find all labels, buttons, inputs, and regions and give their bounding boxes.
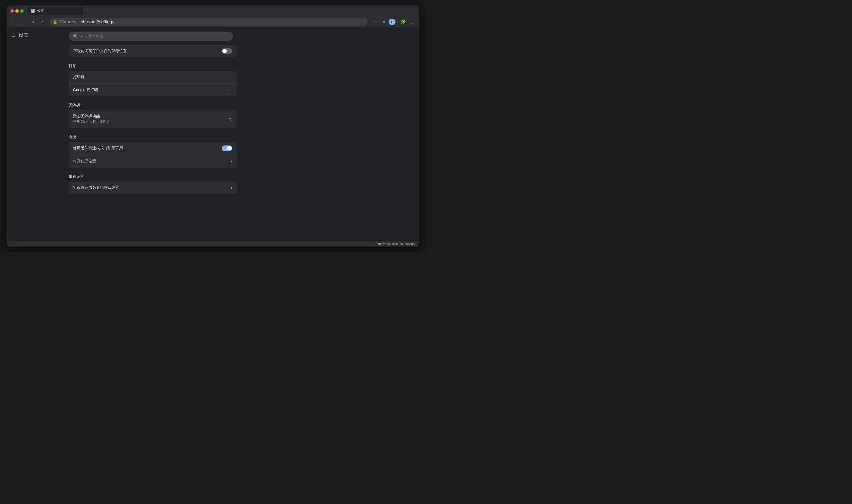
printer-title: 打印机 — [73, 75, 85, 79]
toggle-knob — [222, 49, 227, 53]
toggle-knob-on — [227, 146, 232, 150]
main-content[interactable]: 🔍 下载前询问每个文件的保存位置 打印 打印机 — [62, 28, 419, 241]
hamburger-icon[interactable]: ☰ — [12, 33, 15, 38]
sidebar-header: ☰ 设置 — [7, 32, 62, 43]
cloud-print-arrow-icon: › — [231, 88, 232, 92]
bookmark-button[interactable]: ☆ — [371, 18, 379, 26]
content-area: ☰ 设置 🔍 下载前询问每个文件的保存位置 — [7, 28, 419, 241]
add-accessibility-item[interactable]: 添加无障碍功能 打开 Chrome 网上应用店 ⬡ — [69, 110, 237, 128]
settings-tab[interactable]: ⚙ 设置 × — [28, 6, 83, 15]
accessibility-title: 添加无障碍功能 — [73, 114, 110, 119]
tab-area: ⚙ 设置 × + — [28, 6, 416, 15]
download-ask-toggle[interactable] — [222, 48, 232, 54]
tab-title: 设置 — [37, 9, 73, 14]
accessibility-item-left: 添加无障碍功能 打开 Chrome 网上应用店 — [73, 114, 110, 124]
printer-arrow-icon: › — [231, 75, 232, 79]
proxy-external-icon: ↗ — [229, 160, 232, 164]
close-window-button[interactable] — [11, 9, 14, 13]
google-cloud-print-item[interactable]: Google 云打印 › — [69, 84, 237, 96]
translate-button[interactable]: A — [380, 18, 388, 26]
accessibility-subtitle: 打开 Chrome 网上应用店 — [73, 120, 110, 124]
status-bar: https://blog.csdn.net/greyture — [7, 241, 419, 247]
hardware-accel-toggle[interactable] — [222, 145, 232, 151]
download-ask-item[interactable]: 下载前询问每个文件的保存位置 — [69, 45, 237, 57]
proxy-title: 打开代理设置 — [73, 159, 96, 164]
bookmark-icon: ☆ — [374, 20, 377, 24]
forward-icon: → — [22, 20, 25, 24]
settings-section: 下载前询问每个文件的保存位置 打印 打印机 › — [62, 45, 243, 206]
secure-icon: 🔒 — [53, 20, 57, 24]
sidebar-title: 设置 — [19, 32, 29, 38]
restore-defaults-item[interactable]: 将设置还原为原始默认设置 › — [69, 181, 237, 194]
address-chrome-label: Chrome — [59, 19, 75, 24]
hardware-accel-item[interactable]: 使用硬件加速模式（如果可用） — [69, 142, 237, 155]
back-icon: ← — [12, 20, 16, 24]
restore-arrow-icon: › — [231, 185, 232, 190]
menu-icon: ⋮ — [410, 20, 414, 24]
accessibility-section-card: 添加无障碍功能 打开 Chrome 网上应用店 ⬡ — [69, 110, 237, 128]
reload-button[interactable]: ↺ — [29, 18, 37, 26]
section-title-system: 系统 — [69, 134, 237, 140]
restore-item-left: 将设置还原为原始默认设置 — [73, 185, 119, 190]
translate-icon: A — [383, 20, 385, 24]
system-section-card: 使用硬件加速模式（如果可用） 打开代理设置 ↗ — [69, 142, 237, 168]
extensions-icon: 🧩 — [401, 20, 405, 24]
restore-title: 将设置还原为原始默认设置 — [73, 185, 119, 190]
maximize-window-button[interactable] — [20, 9, 24, 13]
address-separator: | — [77, 19, 78, 24]
cloud-print-title: Google 云打印 — [73, 88, 98, 92]
search-bar: 🔍 — [69, 32, 233, 41]
proxy-item-left: 打开代理设置 — [73, 159, 96, 164]
address-bar[interactable]: 🔒 Chrome | chrome://settings — [50, 18, 367, 26]
proxy-settings-item[interactable]: 打开代理设置 ↗ — [69, 155, 237, 168]
section-title-reset: 重置设置 — [69, 174, 237, 179]
extensions-button[interactable]: 🧩 — [399, 18, 407, 26]
reload-icon: ↺ — [31, 20, 35, 24]
forward-button[interactable]: → — [20, 18, 28, 26]
home-button[interactable]: ⌂ — [38, 18, 46, 26]
nav-bar: ← → ↺ ⌂ 🔒 Chrome | chrome://settings ☆ A… — [7, 16, 419, 28]
menu-button[interactable]: ⋮ — [408, 18, 416, 26]
hardware-accel-left: 使用硬件加速模式（如果可用） — [73, 146, 127, 151]
hardware-accel-title: 使用硬件加速模式（如果可用） — [73, 146, 127, 151]
address-url-text: chrome://settings — [81, 19, 114, 24]
printer-item-left: 打印机 — [73, 75, 85, 79]
print-section-card: 打印机 › Google 云打印 › — [69, 71, 237, 96]
minimize-window-button[interactable] — [15, 9, 19, 13]
search-bar-container: 🔍 — [62, 28, 419, 45]
search-input[interactable] — [80, 34, 229, 38]
cloud-print-item-left: Google 云打印 — [73, 88, 98, 92]
new-tab-button[interactable]: + — [84, 7, 92, 15]
search-icon: 🔍 — [73, 34, 78, 38]
title-bar: ⚙ 设置 × + — [7, 5, 419, 16]
section-title-accessibility: 无障碍 — [69, 103, 237, 108]
status-url: https://blog.csdn.net/greyture — [377, 242, 416, 246]
download-ask-label: 下载前询问每个文件的保存位置 — [73, 49, 127, 54]
profile-icon: G — [391, 21, 393, 24]
profile-button[interactable]: G — [389, 19, 396, 25]
tab-close-button[interactable]: × — [75, 9, 79, 13]
section-title-print: 打印 — [69, 64, 237, 69]
printer-item[interactable]: 打印机 › — [69, 71, 237, 84]
accessibility-external-icon: ⬡ — [229, 117, 232, 121]
home-icon: ⌂ — [41, 20, 43, 24]
sidebar: ☰ 设置 — [7, 28, 62, 241]
tab-favicon: ⚙ — [31, 9, 35, 13]
traffic-lights — [11, 9, 24, 13]
nav-actions: ☆ A G 🧩 ⋮ — [371, 18, 416, 26]
browser-window: ⚙ 设置 × + ← → ↺ ⌂ 🔒 Chrome | chrome://set… — [7, 5, 419, 247]
back-button[interactable]: ← — [11, 18, 18, 26]
reset-section-card: 将设置还原为原始默认设置 › — [69, 181, 237, 194]
